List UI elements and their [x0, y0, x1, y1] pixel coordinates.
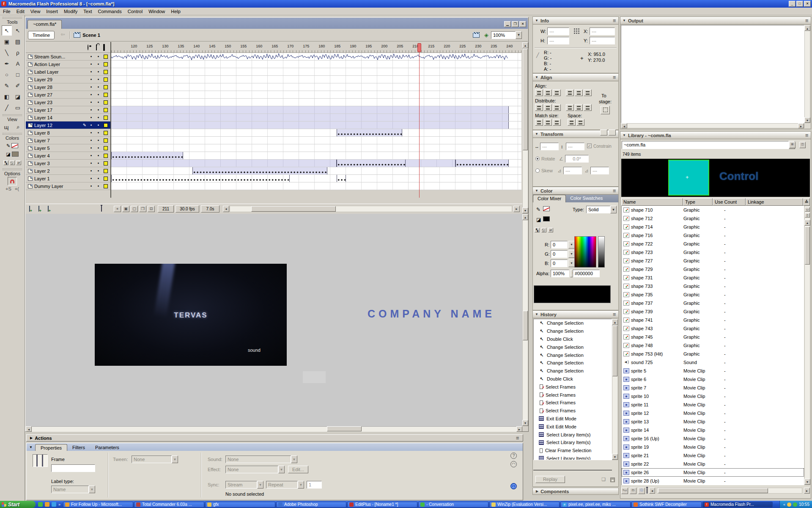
layer-visibility-dot[interactable]: •	[88, 100, 95, 105]
library-item[interactable]: sprite 16 (Up) Movie Clip -	[622, 434, 804, 443]
history-scrollbar[interactable]: ▲ ▼	[612, 319, 618, 460]
history-panel-header[interactable]: ▼History≣	[533, 311, 618, 318]
info-panel-header[interactable]: ▼Info≣	[533, 17, 618, 25]
default-colors-button[interactable]: ▚	[3, 160, 8, 165]
match-height-button[interactable]	[544, 119, 552, 126]
copy-and-apply-transform-button[interactable]	[600, 130, 607, 135]
library-item[interactable]: shape 716 Graphic -	[622, 231, 804, 240]
layer-outline-color-box[interactable]	[104, 85, 108, 89]
library-item[interactable]: shape 735 Graphic -	[622, 290, 804, 299]
layer-row[interactable]: Layer 4 ✎ • •	[26, 152, 110, 160]
library-item[interactable]: shape 748 Graphic -	[622, 341, 804, 350]
layer-outline-color-box[interactable]	[104, 100, 108, 105]
straighten-modifier-button[interactable]: +(	[15, 186, 19, 191]
library-item[interactable]: shape 722 Graphic -	[622, 240, 804, 248]
frame-span-tint[interactable]	[111, 160, 337, 167]
collapse-arrow-icon[interactable]: ▼	[29, 445, 33, 449]
close-button[interactable]: ✕	[804, 1, 811, 7]
timeline-scroll-left-button[interactable]: ◄	[223, 206, 229, 212]
library-item[interactable]: sprite 22 Movie Clip -	[622, 460, 804, 468]
library-h-scrollbar[interactable]	[657, 488, 802, 494]
history-item[interactable]: Exit Edit Mode	[534, 415, 612, 423]
menu-item[interactable]: Control	[125, 8, 145, 15]
layer-visibility-dot[interactable]: •	[88, 146, 95, 150]
color-picker-gradient[interactable]	[574, 236, 596, 268]
history-item[interactable]: Change Selection	[534, 319, 612, 327]
layer-visibility-dot[interactable]: •	[88, 70, 95, 74]
layer-outline-color-box[interactable]	[104, 62, 108, 66]
save-steps-icon[interactable]	[610, 478, 615, 482]
onion-skin-button[interactable]: ▣	[122, 206, 129, 212]
distribute-top-button[interactable]	[535, 104, 543, 111]
history-item[interactable]: Change Selection	[534, 327, 612, 335]
frame-span-keysw[interactable]	[111, 175, 290, 182]
timeline-frame-row[interactable]	[111, 53, 521, 61]
sync-dropdown[interactable]: Stream▼	[225, 481, 263, 489]
tray-messenger-icon[interactable]	[793, 502, 797, 507]
layer-visibility-dot[interactable]: •	[88, 85, 95, 89]
taskbar-task-button[interactable]: WinZip (Evaluation Versi...	[489, 502, 560, 508]
sort-order-button[interactable]: ≙	[803, 198, 810, 206]
library-item[interactable]: sprite 11 Movie Clip -	[622, 400, 804, 409]
layer-row[interactable]: Dummy Layer ✎ • •	[26, 182, 110, 190]
menu-item[interactable]: Commands	[95, 8, 124, 15]
layer-row[interactable]: Layer 27 ✎ • •	[26, 91, 110, 99]
history-item[interactable]: Clear Frame Selection	[534, 447, 612, 455]
align-panel-header[interactable]: ▼Align≣	[533, 74, 618, 81]
r-spinner[interactable]: ▼	[568, 241, 575, 248]
output-v-scrollbar[interactable]: ▲ ▼	[804, 25, 810, 123]
layer-visibility-dot[interactable]: •	[88, 93, 95, 97]
layer-outline-color-box[interactable]	[104, 161, 108, 166]
panel-menu-icon[interactable]: ≣	[613, 18, 616, 23]
taskbar-task-button[interactable]: - Conversation	[418, 502, 488, 508]
panel-menu-icon[interactable]: ≣	[516, 436, 519, 440]
menu-item[interactable]: Text	[80, 8, 95, 15]
layer-lock-dot[interactable]: •	[95, 184, 102, 188]
library-scroll-left-button[interactable]: ◄	[649, 488, 655, 494]
layer-lock-dot[interactable]: •	[95, 116, 102, 120]
lock-all-layers-icon[interactable]	[96, 45, 97, 50]
tool-button[interactable]: ↖	[2, 25, 12, 36]
properties-tab[interactable]: Parameters	[90, 444, 124, 451]
frame-label-input[interactable]	[51, 464, 95, 472]
layer-lock-dot[interactable]: •	[95, 161, 102, 166]
taskbar-task-button[interactable]: EditPlus - [Noname1 *]	[347, 502, 417, 508]
timeline-frame-row[interactable]	[111, 61, 521, 68]
g-field[interactable]: 0	[551, 250, 568, 258]
tool-button[interactable]: ◪	[13, 91, 23, 102]
timeline-v-scrollbar[interactable]: ▲ ▼	[522, 42, 528, 214]
r-field[interactable]: 0	[551, 241, 568, 248]
frame-span-keys[interactable]	[111, 152, 183, 159]
sound-dropdown[interactable]: None▼	[225, 456, 297, 463]
timeline-frame-row[interactable]	[111, 91, 521, 99]
tween-dropdown[interactable]: None▼	[132, 456, 178, 463]
layer-outline-color-box[interactable]	[104, 123, 108, 127]
reset-transform-button[interactable]	[609, 130, 616, 135]
color-type-dropdown[interactable]: Solid▼	[586, 206, 617, 213]
library-item[interactable]: shape 727 Graphic -	[622, 257, 804, 265]
layer-visibility-dot[interactable]: •	[88, 169, 95, 173]
movie-clip-preview[interactable]: TERVAS sound	[95, 264, 287, 366]
width-field[interactable]: ---	[547, 28, 569, 35]
library-item[interactable]: sprite 28 (Up) Movie Clip -	[622, 477, 804, 485]
align-center-h-button[interactable]	[544, 89, 552, 96]
insert-layer-folder-button[interactable]	[48, 206, 49, 211]
history-item[interactable]: Change Selection	[534, 343, 612, 351]
layer-lock-dot[interactable]: •	[95, 77, 102, 82]
layer-lock-dot[interactable]: •	[95, 154, 102, 158]
history-item[interactable]: Change Selection	[534, 367, 612, 375]
library-item[interactable]: shape 739 Graphic -	[622, 307, 804, 316]
layer-row[interactable]: Layer 29 ✎ • •	[26, 76, 110, 83]
library-item[interactable]: sprite 14 Movie Clip -	[622, 426, 804, 434]
library-item[interactable]: shape 753 (Hit) Graphic -	[622, 350, 804, 358]
outline-all-layers-icon[interactable]	[103, 45, 105, 50]
panel-menu-icon[interactable]: ≣	[805, 133, 809, 138]
history-item[interactable]: Double Click	[534, 335, 612, 343]
layer-outline-color-box[interactable]	[104, 177, 108, 181]
stage-h-scrollbar[interactable]: ◄ ►	[26, 426, 522, 432]
layer-lock-dot[interactable]: •	[95, 169, 102, 173]
zoom-dropdown-arrow[interactable]: ▼	[516, 31, 522, 39]
properties-tab[interactable]: Properties	[35, 444, 67, 451]
layer-visibility-dot[interactable]: •	[88, 62, 95, 66]
panel-menu-icon[interactable]: ≣	[613, 312, 616, 317]
